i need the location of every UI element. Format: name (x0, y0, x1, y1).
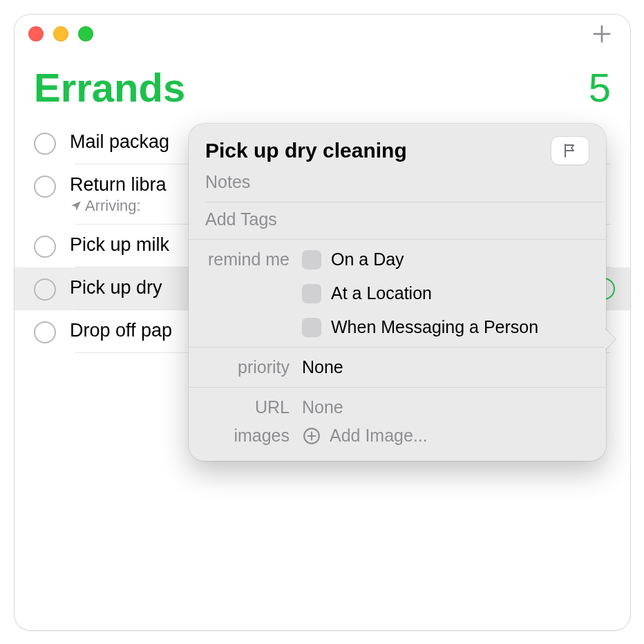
add-image-label: Add Image... (330, 426, 428, 446)
remind-me-section: remind me On a Day At a Location When Me… (189, 240, 606, 347)
priority-value: None (302, 357, 589, 377)
reminder-title: Mail packag (70, 131, 169, 153)
reminder-title: Pick up milk (70, 234, 169, 256)
remind-at-location-option[interactable]: At a Location (302, 283, 589, 303)
checkbox[interactable] (302, 318, 321, 337)
complete-toggle[interactable] (34, 176, 56, 198)
zoom-window-button[interactable] (78, 26, 93, 41)
popover-title[interactable]: Pick up dry cleaning (205, 139, 542, 162)
option-label: On a Day (331, 249, 404, 269)
option-label: When Messaging a Person (331, 317, 538, 337)
images-label: images (205, 426, 290, 446)
add-reminder-button[interactable] (590, 22, 614, 46)
url-label: URL (205, 397, 290, 417)
window-controls (28, 26, 93, 41)
close-window-button[interactable] (28, 26, 44, 41)
location-icon (70, 200, 82, 212)
add-image-button[interactable]: Add Image... (302, 426, 589, 446)
minimize-window-button[interactable] (53, 26, 68, 41)
reminder-subtitle: Arriving: (85, 197, 141, 215)
remind-when-messaging-option[interactable]: When Messaging a Person (302, 317, 589, 337)
remind-me-label: remind me (205, 249, 290, 269)
reminder-title: Drop off pap (70, 320, 172, 341)
list-count: 5 (589, 64, 611, 111)
reminder-title: Return libra (70, 174, 167, 196)
remind-on-day-option[interactable]: On a Day (302, 249, 589, 269)
popover-arrow (605, 328, 616, 350)
list-header: Errands 5 (15, 53, 630, 113)
complete-toggle[interactable] (34, 236, 56, 258)
plus-circle-icon (302, 426, 321, 446)
images-row: images Add Image... (189, 422, 606, 461)
app-window: Errands 5 Mail packag Return libra (14, 14, 631, 631)
reminder-details-popover: Pick up dry cleaning Notes Add Tags remi… (189, 124, 606, 461)
complete-toggle[interactable] (34, 278, 56, 301)
priority-label: priority (205, 357, 290, 377)
option-label: At a Location (331, 283, 432, 303)
complete-toggle[interactable] (34, 321, 56, 343)
checkbox[interactable] (302, 250, 321, 269)
titlebar (15, 15, 630, 53)
priority-row[interactable]: priority None (189, 348, 606, 387)
notes-field[interactable]: Notes (189, 165, 606, 202)
complete-toggle[interactable] (34, 133, 56, 155)
list-title: Errands (34, 64, 185, 111)
reminder-title: Pick up dry (70, 277, 162, 299)
plus-icon (591, 23, 612, 44)
flag-button[interactable] (551, 136, 589, 165)
flag-icon (562, 142, 578, 159)
tags-field[interactable]: Add Tags (189, 202, 606, 239)
url-row[interactable]: URL None (189, 388, 606, 422)
checkbox[interactable] (302, 284, 321, 303)
url-value: None (302, 397, 589, 417)
